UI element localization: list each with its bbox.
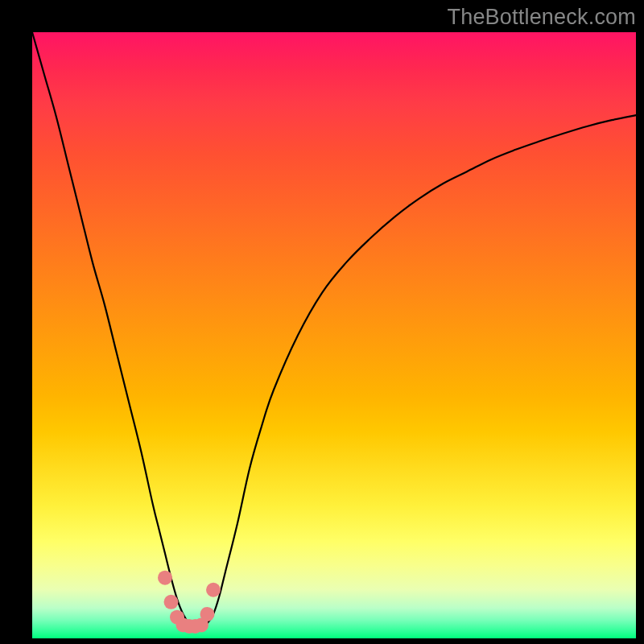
valley-marker: [158, 571, 172, 585]
valley-marker: [206, 583, 221, 597]
chart-frame: TheBottleneck.com: [0, 0, 644, 644]
bottleneck-curve: [32, 32, 636, 638]
valley-markers: [158, 571, 221, 634]
plot-area: [32, 32, 636, 638]
watermark-text: TheBottleneck.com: [447, 5, 636, 30]
valley-marker: [164, 595, 179, 609]
valley-marker: [200, 607, 215, 621]
curve-path: [32, 32, 636, 626]
